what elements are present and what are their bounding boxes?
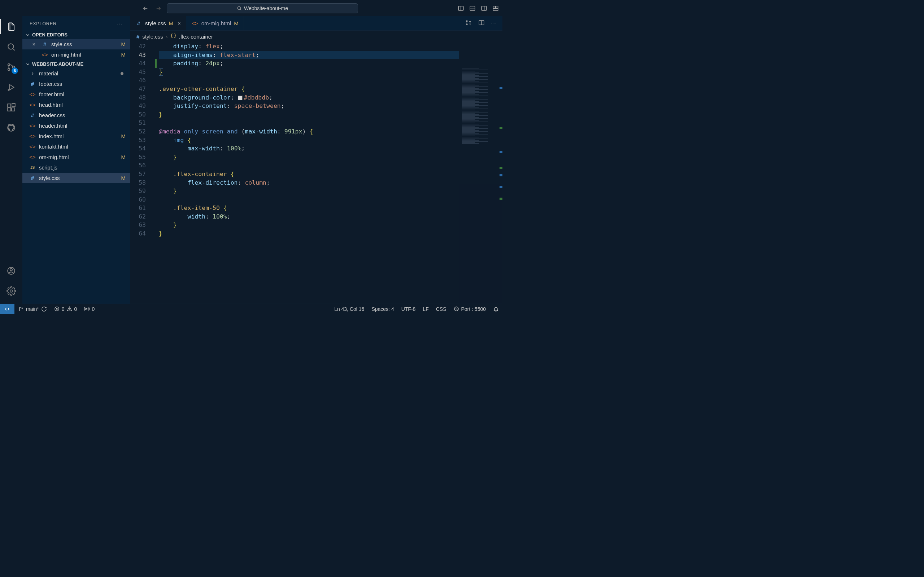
code-line[interactable]: display: flex; <box>159 42 502 51</box>
svg-rect-1 <box>459 6 464 10</box>
code-line[interactable] <box>159 76 502 85</box>
code-line[interactable]: width: 100%; <box>159 213 502 221</box>
code-line[interactable]: max-width: 100%; <box>159 144 502 153</box>
sidebar-title: EXPLORER <box>30 21 57 26</box>
status-problems[interactable]: 0 0 <box>50 306 81 312</box>
js-file-icon: JS <box>29 166 36 169</box>
code-line[interactable] <box>159 161 502 170</box>
code-line[interactable]: } <box>159 153 502 161</box>
tree-file-item[interactable]: <>header.html <box>23 121 130 131</box>
code-line[interactable] <box>159 119 502 127</box>
code-line[interactable]: } <box>159 68 502 76</box>
status-cursor[interactable]: Ln 43, Col 16 <box>331 306 368 312</box>
css-file-icon: # <box>29 112 36 118</box>
code-line[interactable] <box>159 195 502 204</box>
tree-file-item[interactable]: <>index.htmlM <box>23 131 130 141</box>
svg-point-21 <box>466 24 467 25</box>
editor-tab[interactable]: #style.cssM× <box>130 16 186 30</box>
code-line[interactable]: img { <box>159 136 502 145</box>
svg-point-27 <box>87 308 88 309</box>
activity-search-icon[interactable] <box>5 41 17 53</box>
svg-point-18 <box>10 269 13 271</box>
code-line[interactable]: padding: 24px; <box>159 59 502 68</box>
tree-file-item[interactable]: <>om-mig.htmlM <box>23 152 130 162</box>
code-line[interactable]: .flex-item-50 { <box>159 204 502 213</box>
activity-scm-icon[interactable]: 6 <box>5 61 17 73</box>
nav-forward-icon[interactable] <box>154 3 163 13</box>
activity-explorer-icon[interactable] <box>5 21 17 33</box>
broadcast-icon <box>84 306 89 311</box>
nav-back-icon[interactable] <box>141 3 150 13</box>
close-tab-icon[interactable]: × <box>178 20 181 26</box>
code-line[interactable]: } <box>159 229 502 238</box>
file-name-label: style.css <box>39 175 60 181</box>
file-name-label: om-mig.html <box>39 154 69 160</box>
code-line[interactable]: } <box>159 187 502 195</box>
code-line[interactable]: align-items: flex-start; <box>159 51 502 60</box>
tree-folder-item[interactable]: material <box>23 68 130 79</box>
status-encoding[interactable]: UTF-8 <box>398 306 419 312</box>
open-editor-item[interactable]: <>om-mig.htmlM <box>23 49 130 60</box>
breadcrumb[interactable]: # style.css › .flex-container <box>130 31 502 42</box>
modified-indicator: M <box>121 133 126 139</box>
tab-label: style.css <box>145 20 166 26</box>
status-eol[interactable]: LF <box>419 306 432 312</box>
sidebar-more-icon[interactable]: ··· <box>116 21 123 26</box>
activity-settings-icon[interactable] <box>5 285 17 297</box>
status-lang[interactable]: CSS <box>432 306 450 312</box>
file-name-label: footer.html <box>39 91 64 97</box>
code-line[interactable]: @media only screen and (max-width: 991px… <box>159 127 502 136</box>
code-line[interactable]: .every-other-container { <box>159 85 502 93</box>
code-line[interactable]: } <box>159 110 502 119</box>
layout-secondary-sidebar-icon[interactable] <box>481 5 487 11</box>
html-file-icon: <> <box>29 154 36 160</box>
tree-file-item[interactable]: #header.css <box>23 110 130 121</box>
code-line[interactable]: justify-content: space-between; <box>159 102 502 110</box>
status-branch[interactable]: main* <box>15 306 50 312</box>
tree-file-item[interactable]: <>footer.html <box>23 89 130 100</box>
tree-file-item[interactable]: <>kontakt.html <box>23 141 130 152</box>
file-name-label: header.html <box>39 122 67 129</box>
layout-panel-icon[interactable] <box>469 5 476 11</box>
activity-extensions-icon[interactable] <box>5 102 17 114</box>
search-icon <box>237 6 242 11</box>
svg-rect-3 <box>481 6 486 10</box>
modified-indicator: M <box>169 20 174 26</box>
remote-indicator[interactable] <box>0 304 15 314</box>
status-live-server[interactable]: 0 <box>81 306 98 312</box>
tree-file-item[interactable]: #footer.css <box>23 79 130 89</box>
open-editors-header[interactable]: OPEN EDITORS <box>23 31 130 39</box>
status-indent[interactable]: Spaces: 4 <box>368 306 397 312</box>
split-editor-icon[interactable] <box>478 19 485 27</box>
svg-point-25 <box>22 308 23 309</box>
open-editor-item[interactable]: ×#style.cssM <box>23 39 130 49</box>
layout-customize-icon[interactable] <box>492 5 499 11</box>
layout-primary-sidebar-icon[interactable] <box>458 5 464 11</box>
status-notifications-icon[interactable] <box>489 306 502 312</box>
activity-account-icon[interactable] <box>5 265 17 277</box>
code-line[interactable]: flex-direction: column; <box>159 179 502 187</box>
chevron-down-icon <box>25 32 30 37</box>
tree-file-item[interactable]: #style.cssM <box>23 173 130 183</box>
project-header[interactable]: WEBBSITE-ABOUT-ME <box>23 60 130 68</box>
minimap[interactable] <box>459 68 502 304</box>
css-file-icon: # <box>135 20 142 26</box>
code-editor[interactable]: 4243444546474849505152535455565758596061… <box>130 42 502 304</box>
code-line[interactable]: .flex-container { <box>159 170 502 179</box>
svg-point-8 <box>8 64 10 66</box>
command-center[interactable]: Webbsite-about-me <box>167 3 358 13</box>
close-editor-icon[interactable]: × <box>30 41 38 47</box>
svg-rect-6 <box>493 8 498 10</box>
activity-debug-icon[interactable] <box>5 81 17 93</box>
activity-github-icon[interactable] <box>5 121 17 134</box>
more-actions-icon[interactable]: ··· <box>491 21 498 26</box>
tree-file-item[interactable]: <>head.html <box>23 100 130 110</box>
code-line[interactable]: } <box>159 221 502 229</box>
status-port[interactable]: Port : 5500 <box>450 306 490 312</box>
compare-changes-icon[interactable] <box>465 19 472 27</box>
editor-tab[interactable]: <>om-mig.htmlM <box>186 16 244 30</box>
tree-file-item[interactable]: JSscript.js <box>23 162 130 173</box>
code-line[interactable]: background-color: #dbdbdb; <box>159 93 502 102</box>
svg-point-24 <box>19 310 20 311</box>
css-file-icon: # <box>136 34 139 40</box>
